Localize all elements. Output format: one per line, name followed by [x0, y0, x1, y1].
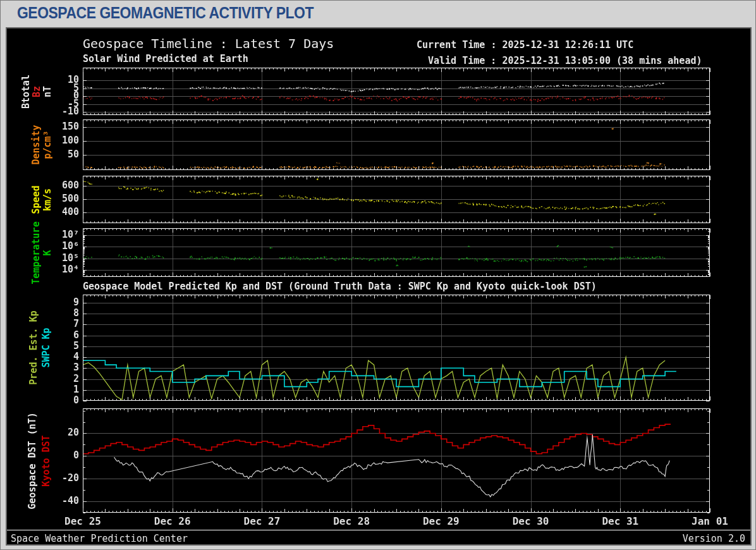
footer-right: Version 2.0 — [683, 533, 745, 544]
ytick-label-dst: -20 — [51, 472, 79, 484]
axis-label-temp-0: Temperature — [30, 221, 42, 284]
ytick-label-speed: 500 — [51, 193, 79, 204]
ytick-label-kp: 9 — [51, 296, 79, 308]
axis-label-imf-1: Bz — [31, 85, 42, 97]
ytick-label-kp: 7 — [51, 318, 79, 329]
footer-left: Space Weather Prediction Center — [11, 533, 188, 544]
ytick-label-temp: 10⁷ — [51, 229, 79, 240]
ytick-label-kp: 6 — [51, 329, 79, 341]
ytick-label-speed: 400 — [51, 206, 79, 217]
xtick-label: Jan 01 — [685, 515, 735, 527]
ytick-label-density: 150 — [51, 121, 79, 132]
axis-label-speed-0: Speed — [30, 185, 42, 214]
ytick-label-kp: 0 — [51, 394, 79, 406]
ytick-label-temp: 10⁵ — [51, 252, 79, 264]
axis-label-kp-0: Pred. Est. Kp — [28, 310, 39, 384]
current-time: Current Time : 2025-12-31 12:26:11 UTC — [417, 39, 633, 51]
xtick-label: Dec 25 — [58, 515, 108, 527]
axis-label-temp-1: K — [42, 250, 53, 255]
plot-image: Geospace Timeline : Latest 7 Days Curren… — [6, 27, 752, 546]
ytick-label-kp: 5 — [51, 340, 79, 351]
ytick-label-imf: -10 — [51, 106, 79, 117]
ytick-label-density: 50 — [51, 149, 79, 160]
plot-subtitle: Solar Wind Predicted at Earth — [83, 53, 248, 64]
valid-time: Valid Time : 2025-12-31 13:05:00 (38 min… — [428, 55, 702, 66]
ytick-label-temp: 10⁴ — [51, 264, 79, 275]
ytick-label-kp: 3 — [51, 362, 79, 373]
ytick-label-dst: 0 — [51, 449, 79, 461]
xtick-label: Dec 29 — [416, 515, 466, 527]
axis-label-density-0: Density — [30, 125, 42, 164]
xtick-label: Dec 31 — [595, 515, 645, 527]
axis-label-imf-2: nT — [42, 85, 53, 97]
ytick-label-kp: 4 — [51, 351, 79, 362]
ytick-label-kp: 2 — [51, 373, 79, 384]
axis-label-imf-0: Btotal — [20, 74, 32, 108]
ytick-label-kp: 1 — [51, 384, 79, 395]
axis-label-density-1: p/cm³ — [42, 130, 53, 159]
axis-label-speed-1: km/s — [42, 188, 53, 211]
axis-label-dst-0: Geospace DST (nT) — [27, 412, 38, 510]
page-title: GEOSPACE GEOMAGNETIC ACTIVITY PLOT — [17, 3, 314, 23]
ytick-label-dst: 20 — [51, 427, 79, 438]
ytick-label-kp: 8 — [51, 307, 79, 319]
axis-label-kp-1: SWPC Kp — [40, 327, 52, 367]
xtick-label: Dec 28 — [326, 515, 377, 527]
mid-title: Geospace Model Predicted Kp and DST (Gro… — [83, 281, 597, 292]
ytick-label-temp: 10⁶ — [51, 240, 79, 252]
plot-title: Geospace Timeline : Latest 7 Days — [83, 36, 334, 51]
axis-label-dst-1: Kyoto DST — [40, 435, 52, 486]
page: GEOSPACE GEOMAGNETIC ACTIVITY PLOT Geosp… — [0, 0, 756, 550]
xtick-label: Dec 26 — [147, 515, 198, 527]
ytick-label-density: 100 — [51, 135, 79, 146]
ytick-label-speed: 600 — [51, 180, 79, 191]
ytick-label-dst: -40 — [51, 495, 79, 506]
xtick-label: Dec 27 — [236, 515, 287, 527]
xtick-label: Dec 30 — [506, 515, 556, 527]
